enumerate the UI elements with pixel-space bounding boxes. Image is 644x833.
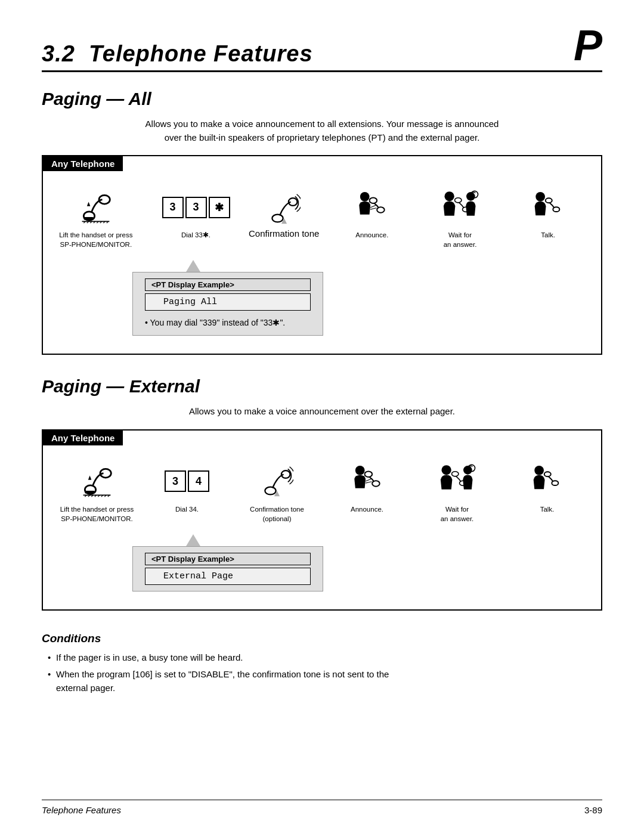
pt-display-label-1: <PT Display Example> xyxy=(145,278,311,291)
chapter-letter: P xyxy=(574,24,602,67)
svg-marker-29 xyxy=(88,476,92,480)
chapter-header: 3.2 Telephone Features P xyxy=(42,24,602,72)
footer-title: Telephone Features xyxy=(42,805,121,815)
pt-display-section-1: <PT Display Example> Paging All • You ma… xyxy=(61,260,583,336)
wait-label: Wait foran answer. xyxy=(444,230,477,249)
conditions-list: If the pager is in use, a busy tone will… xyxy=(42,651,602,695)
announce-icon-svg xyxy=(355,190,388,225)
talk-icon-svg xyxy=(532,190,565,225)
key-star: ✱ xyxy=(209,197,230,218)
step-lift-handset: Lift the handset or pressSP-PHONE/MONITO… xyxy=(55,188,137,249)
wait2-icon xyxy=(438,462,476,501)
svg-point-52 xyxy=(544,472,551,476)
wait2-icon-svg xyxy=(438,463,476,499)
announce-icon xyxy=(355,188,388,227)
step-confirmation-tone2: Confirmation tone(optional) xyxy=(235,462,319,524)
section-title-paging-all: Paging — All xyxy=(42,89,602,109)
step-dial-34: 3 4 Dial 34. xyxy=(145,462,229,514)
step-dial-33star: 3 3 ✱ Dial 33✱. xyxy=(155,188,237,240)
announce-label: Announce. xyxy=(355,230,388,240)
svg-point-53 xyxy=(552,481,558,485)
wait-icon-svg xyxy=(441,190,479,225)
step-announce2: Announce. xyxy=(325,462,409,514)
talk-label: Talk. xyxy=(541,230,555,240)
conditions-section: Conditions If the pager is in use, a bus… xyxy=(42,632,602,695)
announce2-label: Announce. xyxy=(351,504,383,514)
confirmation-tone2-label: Confirmation tone(optional) xyxy=(250,504,304,524)
talk2-label: Talk. xyxy=(540,504,555,514)
announce2-icon xyxy=(351,462,383,501)
svg-point-25 xyxy=(545,198,552,203)
key-3c: 3 xyxy=(165,470,186,492)
tone2-icon-svg xyxy=(261,463,293,499)
phone-lift2-icon-svg xyxy=(80,463,113,499)
footer-page: 3-89 xyxy=(584,805,602,815)
step-wait: Wait foran answer. xyxy=(419,188,501,249)
pt-display-section-2: <PT Display Example> External Page xyxy=(61,534,583,592)
diagram-box-paging-all: Any Telephone xyxy=(42,155,602,355)
talk2-icon-svg xyxy=(531,463,564,499)
section-paging-all: Paging — All Allows you to make a voice … xyxy=(42,89,602,355)
talk2-icon xyxy=(531,462,564,501)
conditions-title: Conditions xyxy=(42,632,602,645)
page-footer: Telephone Features 3-89 xyxy=(42,800,602,815)
svg-point-19 xyxy=(445,191,454,201)
condition-item-1: If the pager is in use, a busy tone will… xyxy=(48,651,602,665)
dial-keys-icon: 3 3 ✱ xyxy=(162,188,230,227)
svg-point-22 xyxy=(466,192,475,201)
section-desc-paging-external: Allows you to make a voice announcement … xyxy=(42,405,602,419)
svg-point-18 xyxy=(377,207,385,212)
condition-item-2: When the program [106] is set to "DISABL… xyxy=(48,668,602,695)
steps-row-2: Lift the handset or pressSP-PHONE/MONITO… xyxy=(43,456,601,524)
svg-point-46 xyxy=(442,465,451,475)
svg-point-20 xyxy=(455,197,462,202)
tone-icon xyxy=(268,191,301,228)
svg-point-24 xyxy=(535,192,545,202)
talk-icon xyxy=(532,188,565,227)
svg-point-51 xyxy=(534,466,544,475)
step-announce: Announce. xyxy=(331,188,413,240)
lift-handset-label: Lift the handset or pressSP-PHONE/MONITO… xyxy=(59,230,132,249)
svg-marker-2 xyxy=(87,202,91,206)
confirmation-tone-label: Confirmation tone xyxy=(249,228,319,239)
section-paging-external: Paging — External Allows you to make a v… xyxy=(42,376,602,611)
wait2-label: Wait foran answer. xyxy=(441,504,474,524)
tone-icon-svg xyxy=(268,191,301,227)
phone-lift-icon-svg xyxy=(79,190,112,225)
arrow-1 xyxy=(143,188,149,200)
pt-display-screen-2: External Page xyxy=(145,568,311,585)
announce2-icon-svg xyxy=(351,463,383,499)
step-confirmation-tone: Confirmation tone xyxy=(243,188,325,239)
pt-display-label-2: <PT Display Example> xyxy=(145,553,311,565)
svg-point-43 xyxy=(355,466,365,475)
svg-point-13 xyxy=(272,215,283,222)
key-3b: 3 xyxy=(185,197,207,218)
svg-point-26 xyxy=(553,207,559,212)
pt-display-screen-1: Paging All xyxy=(145,293,311,311)
svg-point-45 xyxy=(372,481,380,486)
svg-point-44 xyxy=(365,472,373,477)
step-talk: Talk. xyxy=(507,188,589,240)
step-lift-handset2: Lift the handset or pressSP-PHONE/MONITO… xyxy=(55,462,139,524)
svg-rect-3 xyxy=(84,217,94,220)
steps-row-1: Lift the handset or pressSP-PHONE/MONITO… xyxy=(43,182,601,249)
any-telephone-label-1: Any Telephone xyxy=(43,156,123,171)
step-talk2: Talk. xyxy=(505,462,589,514)
section-desc-paging-all: Allows you to make a voice announcement … xyxy=(42,117,602,144)
svg-point-40 xyxy=(265,487,275,495)
chapter-title: 3.2 Telephone Features xyxy=(42,41,313,67)
tone2-icon xyxy=(261,462,293,501)
lift-handset-icon xyxy=(79,188,112,227)
dial34-keys-icon: 3 4 xyxy=(165,462,209,501)
svg-point-17 xyxy=(370,197,377,203)
any-telephone-label-2: Any Telephone xyxy=(43,431,123,445)
diagram-box-paging-external: Any Telephone xyxy=(42,429,602,611)
key-3a: 3 xyxy=(162,197,184,218)
bullet-note-1: • You may dial "339" instead of "33✱". xyxy=(145,317,293,329)
svg-point-16 xyxy=(360,192,370,202)
section-title-paging-external: Paging — External xyxy=(42,376,602,397)
dial-34-label: Dial 34. xyxy=(175,504,199,514)
wait-icon xyxy=(441,188,479,227)
step-wait2: Wait foran answer. xyxy=(415,462,499,524)
lift-handset2-label: Lift the handset or pressSP-PHONE/MONITO… xyxy=(60,504,134,524)
